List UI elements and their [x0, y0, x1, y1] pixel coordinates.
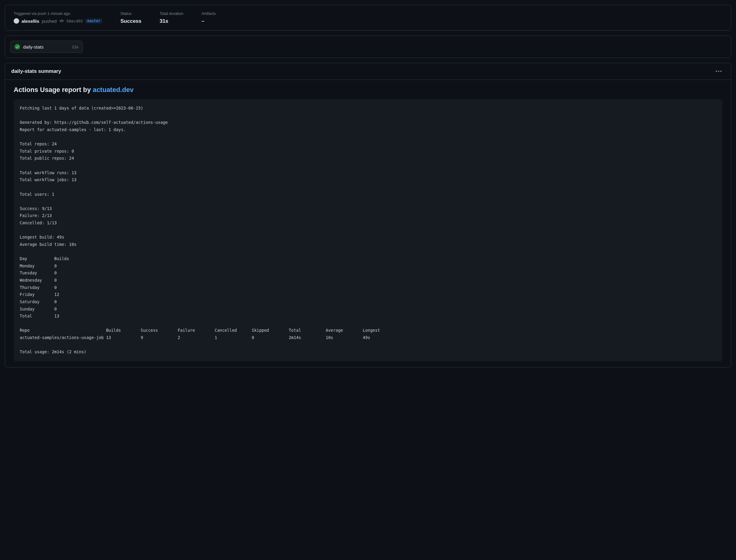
summary-body: Actions Usage report by actuated.dev Fet…: [5, 80, 731, 367]
artifacts-column: Artifacts –: [202, 11, 216, 24]
report-heading-link[interactable]: actuated.dev: [93, 86, 134, 93]
job-chip-daily-stats[interactable]: daily-stats 12s: [10, 41, 83, 53]
duration-value[interactable]: 31s: [160, 18, 183, 24]
trigger-column: Triggered via push 1 minute ago alexelli…: [14, 11, 102, 24]
report-code-block: Fetching last 1 days of data (created>=2…: [14, 99, 722, 361]
status-value: Success: [120, 18, 141, 24]
status-column: Status Success: [120, 11, 141, 24]
trigger-label: Triggered via push 1 minute ago: [14, 11, 102, 16]
duration-column: Total duration 31s: [160, 11, 183, 24]
job-duration: 12s: [72, 45, 78, 49]
artifacts-label: Artifacts: [202, 11, 216, 16]
success-icon: [15, 44, 20, 49]
branch-badge[interactable]: master: [85, 19, 102, 23]
summary-panel: daily-stats summary ••• Actions Usage re…: [5, 63, 731, 368]
pushed-verb: pushed: [42, 19, 56, 24]
pushed-line: alexellis pushed 58ecd92 master: [14, 18, 102, 24]
jobs-panel: daily-stats 12s: [5, 36, 731, 58]
artifacts-value: –: [202, 18, 216, 24]
job-chip-left: daily-stats: [15, 44, 44, 49]
actor-name[interactable]: alexellis: [22, 19, 39, 24]
status-label: Status: [120, 11, 141, 16]
commit-sha[interactable]: 58ecd92: [66, 19, 83, 23]
duration-label: Total duration: [160, 11, 183, 16]
kebab-icon: •••: [715, 69, 722, 74]
report-heading-prefix: Actions Usage report by: [14, 86, 93, 93]
summary-menu-button[interactable]: •••: [713, 67, 725, 75]
summary-header: daily-stats summary •••: [5, 63, 731, 80]
summary-title: daily-stats summary: [11, 68, 61, 74]
actor-avatar[interactable]: [14, 18, 19, 24]
report-heading: Actions Usage report by actuated.dev: [14, 86, 722, 94]
commit-icon: [59, 19, 64, 23]
run-header: Triggered via push 1 minute ago alexelli…: [5, 5, 731, 31]
job-name: daily-stats: [23, 44, 44, 49]
